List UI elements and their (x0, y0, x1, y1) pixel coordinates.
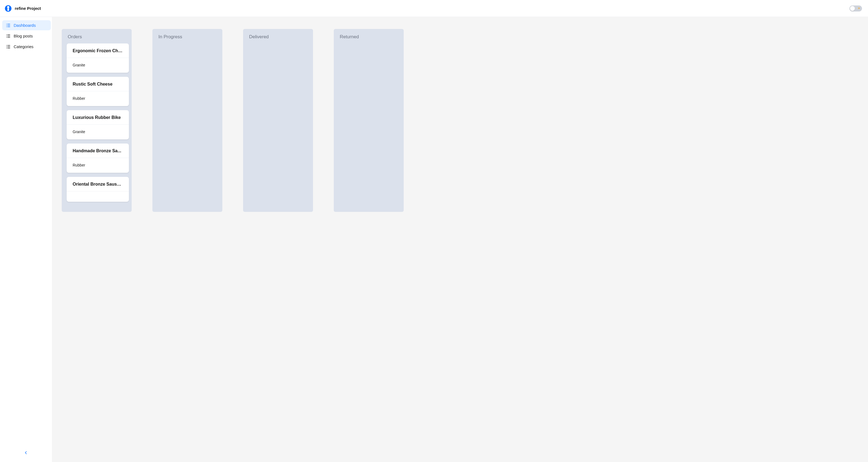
card-title: Oriental Bronze Sausa... (67, 177, 129, 191)
header-left: refine Project (5, 5, 41, 12)
column-returned: Returned (334, 29, 404, 212)
list-icon (6, 23, 10, 28)
sidebar-item-dashboards[interactable]: Dashboards (2, 20, 51, 30)
theme-toggle[interactable]: ☀ (849, 5, 862, 11)
sidebar-item-label: Dashboards (14, 23, 36, 28)
card-subtitle: Rubber (67, 158, 129, 173)
card-subtitle (67, 191, 129, 202)
sun-icon: ☀ (858, 6, 860, 10)
kanban-card[interactable]: Handmade Bronze Sa... Rubber (67, 144, 129, 173)
card-title: Ergonomic Frozen Chair (67, 44, 129, 58)
svg-point-2 (6, 25, 7, 26)
column-title: Orders (62, 33, 132, 44)
svg-point-0 (6, 24, 7, 24)
column-title: Delivered (243, 33, 313, 44)
sidebar-item-label: Blog posts (14, 34, 33, 38)
svg-point-6 (6, 34, 7, 35)
card-title: Rustic Soft Cheese (67, 77, 129, 91)
kanban-card[interactable]: Rustic Soft Cheese Rubber (67, 77, 129, 106)
card-subtitle: Rubber (67, 91, 129, 106)
layout: Dashboards Blog posts Categories (0, 17, 868, 462)
svg-point-16 (6, 48, 7, 48)
sidebar-item-blog-posts[interactable]: Blog posts (2, 31, 51, 41)
column-in-progress: In Progress (152, 29, 222, 212)
column-title: Returned (334, 33, 404, 44)
kanban-card[interactable]: Oriental Bronze Sausa... (67, 177, 129, 202)
svg-point-14 (6, 47, 7, 47)
svg-point-8 (6, 36, 7, 36)
column-body[interactable]: Ergonomic Frozen Chair Granite Rustic So… (62, 44, 132, 206)
kanban-board: Orders Ergonomic Frozen Chair Granite Ru… (62, 29, 862, 212)
column-orders: Orders Ergonomic Frozen Chair Granite Ru… (62, 29, 132, 212)
sidebar-item-categories[interactable]: Categories (2, 41, 51, 52)
card-subtitle: Granite (67, 125, 129, 139)
sidebar-collapse-button[interactable] (22, 449, 30, 457)
column-title: In Progress (152, 33, 222, 44)
card-subtitle: Granite (67, 58, 129, 73)
content: Orders Ergonomic Frozen Chair Granite Ru… (52, 17, 868, 462)
kanban-card[interactable]: Ergonomic Frozen Chair Granite (67, 44, 129, 73)
svg-point-12 (6, 45, 7, 46)
sidebar: Dashboards Blog posts Categories (0, 17, 52, 462)
sidebar-item-label: Categories (14, 44, 34, 49)
card-title: Luxurious Rubber Bike (67, 110, 129, 125)
list-icon (6, 34, 10, 38)
refine-logo-icon (5, 5, 11, 12)
header: refine Project ☀ (0, 0, 868, 17)
app-title: refine Project (15, 6, 41, 11)
toggle-knob (850, 6, 855, 11)
card-title: Handmade Bronze Sa... (67, 144, 129, 158)
chevron-left-icon (24, 451, 28, 455)
column-delivered: Delivered (243, 29, 313, 212)
svg-point-10 (6, 37, 7, 38)
svg-point-4 (6, 27, 7, 27)
list-icon (6, 45, 10, 49)
kanban-card[interactable]: Luxurious Rubber Bike Granite (67, 110, 129, 139)
